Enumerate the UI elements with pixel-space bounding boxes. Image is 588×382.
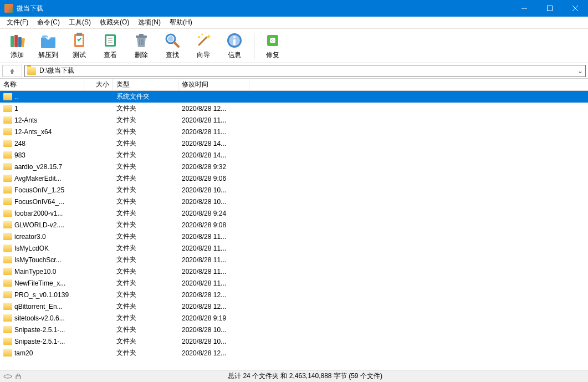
- file-row[interactable]: .. 系统文件夹: [0, 91, 588, 103]
- extract-button[interactable]: 解压到: [33, 30, 63, 62]
- file-row[interactable]: Snipaste-2.5.1-... 文件夹 2020/8/28 10...: [0, 324, 588, 335]
- file-name: icreator3.0: [14, 233, 46, 241]
- file-name-cell: tam20: [0, 349, 84, 357]
- file-row[interactable]: GLWORLD-v2.... 文件夹 2020/8/28 9:08: [0, 219, 588, 231]
- folder-icon: [3, 151, 12, 159]
- up-button[interactable]: [2, 65, 22, 77]
- dropdown-arrow-icon[interactable]: ⌄: [577, 67, 583, 75]
- file-type-cell: 文件夹: [113, 127, 178, 136]
- file-name: qBittorrent_En...: [14, 303, 63, 310]
- file-date-cell: 2020/8/28 9:32: [178, 163, 249, 171]
- file-row[interactable]: Snipaste-2.5.1-... 文件夹 2020/8/28 10...: [0, 335, 588, 347]
- column-date[interactable]: 修改时间: [178, 79, 249, 90]
- column-size[interactable]: 大小: [84, 79, 113, 90]
- file-name-cell: AvgMakerEdit...: [0, 175, 84, 182]
- column-name[interactable]: 名称: [0, 79, 84, 90]
- file-row[interactable]: 1 文件夹 2020/8/28 12...: [0, 103, 588, 114]
- extract-icon: [39, 32, 57, 49]
- find-button[interactable]: 查找: [157, 30, 187, 62]
- file-date-cell: 2020/8/28 10...: [178, 198, 249, 206]
- file-name-cell: PRO_s_v0.1.0139: [0, 291, 84, 299]
- info-label: 信息: [228, 50, 241, 60]
- file-row[interactable]: 12-Ants 文件夹 2020/8/28 11...: [0, 114, 588, 126]
- menu-tools[interactable]: 工具(S): [64, 17, 95, 28]
- file-name-cell: qBittorrent_En...: [0, 303, 84, 310]
- file-name-cell: Snipaste-2.5.1-...: [0, 338, 84, 345]
- file-name-cell: icreator3.0: [0, 233, 84, 241]
- svg-point-29: [233, 36, 236, 38]
- menu-file[interactable]: 文件(F): [2, 17, 33, 28]
- file-name: Snipaste-2.5.1-...: [14, 326, 65, 334]
- file-row[interactable]: tam20 文件夹 2020/8/28 12...: [0, 347, 588, 359]
- file-row[interactable]: 983 文件夹 2020/8/28 14...: [0, 149, 588, 161]
- test-button[interactable]: 测试: [64, 30, 94, 62]
- toolbar-separator: [254, 33, 254, 59]
- close-button[interactable]: [563, 0, 588, 17]
- file-row[interactable]: PRO_s_v0.1.0139 文件夹 2020/8/28 12...: [0, 289, 588, 300]
- file-date-cell: 2020/8/28 10...: [178, 338, 249, 345]
- file-type-cell: 文件夹: [113, 302, 178, 311]
- path-text: D:\微当下载: [39, 66, 583, 75]
- file-row[interactable]: qBittorrent_En... 文件夹 2020/8/28 12...: [0, 300, 588, 312]
- file-row[interactable]: FocusOnIV64_... 文件夹 2020/8/28 10...: [0, 196, 588, 207]
- add-icon: [8, 32, 26, 49]
- file-name: sitetools-v2.0.6...: [14, 314, 65, 322]
- file-date-cell: 2020/8/28 14...: [178, 151, 249, 159]
- menu-help[interactable]: 帮助(H): [165, 17, 197, 28]
- maximize-button[interactable]: [537, 0, 563, 17]
- info-button[interactable]: 信息: [219, 30, 249, 62]
- view-button[interactable]: 查看: [95, 30, 125, 62]
- file-list[interactable]: .. 系统文件夹 1 文件夹 2020/8/28 12... 12-Ants 文…: [0, 91, 588, 365]
- add-button[interactable]: 添加: [2, 30, 32, 62]
- path-input[interactable]: D:\微当下载 ⌄: [24, 65, 586, 77]
- file-row[interactable]: NewFileTime_x... 文件夹 2020/8/28 11...: [0, 277, 588, 289]
- file-row[interactable]: foobar2000-v1... 文件夹 2020/8/28 9:24: [0, 207, 588, 219]
- titlebar: 微当下载: [0, 0, 588, 17]
- folder-icon: [3, 314, 12, 322]
- file-row[interactable]: aardio_v28.15.7 文件夹 2020/8/28 9:32: [0, 161, 588, 172]
- file-row[interactable]: 12-Ants_x64 文件夹 2020/8/28 11...: [0, 126, 588, 137]
- file-row[interactable]: IsMyLcdOK 文件夹 2020/8/28 11...: [0, 242, 588, 254]
- repair-button[interactable]: 修复: [258, 30, 288, 62]
- delete-icon: [132, 32, 150, 49]
- file-type-cell: 文件夹: [113, 220, 178, 230]
- file-row[interactable]: icreator3.0 文件夹 2020/8/28 11...: [0, 231, 588, 242]
- file-date-cell: 2020/8/28 9:06: [178, 175, 249, 182]
- file-name: 1: [14, 105, 18, 113]
- file-name-cell: GLWORLD-v2....: [0, 221, 84, 229]
- wizard-button[interactable]: 向导: [188, 30, 218, 62]
- file-row[interactable]: sitetools-v2.0.6... 文件夹 2020/8/28 9:19: [0, 312, 588, 324]
- menu-options[interactable]: 选项(N): [134, 17, 165, 28]
- file-row[interactable]: AvgMakerEdit... 文件夹 2020/8/28 9:06: [0, 172, 588, 184]
- file-row[interactable]: IsMyTouchScr... 文件夹 2020/8/28 11...: [0, 254, 588, 266]
- file-name-cell: MainType10.0: [0, 268, 84, 276]
- file-name-cell: IsMyLcdOK: [0, 245, 84, 252]
- file-date-cell: 2020/8/28 9:24: [178, 210, 249, 217]
- file-row[interactable]: FocusOnIV_1.25 文件夹 2020/8/28 10...: [0, 184, 588, 196]
- file-date-cell: 2020/8/28 11...: [178, 256, 249, 264]
- menu-command[interactable]: 命令(C): [33, 17, 64, 28]
- folder-icon: [3, 175, 12, 182]
- menubar: 文件(F) 命令(C) 工具(S) 收藏夹(O) 选项(N) 帮助(H): [0, 17, 588, 29]
- svg-point-26: [202, 34, 203, 35]
- menu-favorites[interactable]: 收藏夹(O): [95, 17, 134, 28]
- svg-rect-5: [14, 35, 18, 47]
- file-name: 12-Ants: [14, 116, 37, 124]
- delete-button[interactable]: 删除: [126, 30, 156, 62]
- file-name-cell: NewFileTime_x...: [0, 279, 84, 287]
- file-row[interactable]: MainType10.0 文件夹 2020/8/28 11...: [0, 266, 588, 277]
- minimize-button[interactable]: [512, 0, 537, 17]
- column-type[interactable]: 类型: [113, 79, 178, 90]
- addressbar: D:\微当下载 ⌄: [0, 63, 588, 79]
- view-label: 查看: [104, 50, 117, 60]
- folder-icon: [3, 303, 12, 310]
- repair-label: 修复: [266, 50, 279, 60]
- file-name-cell: 1: [0, 105, 84, 113]
- file-date-cell: 2020/8/28 11...: [178, 268, 249, 276]
- file-name-cell: 12-Ants_x64: [0, 128, 84, 136]
- file-type-cell: 文件夹: [113, 337, 178, 346]
- folder-icon: [3, 245, 12, 252]
- file-row[interactable]: 248 文件夹 2020/8/28 14...: [0, 137, 588, 149]
- folder-icon: [27, 67, 36, 75]
- file-type-cell: 文件夹: [113, 267, 178, 276]
